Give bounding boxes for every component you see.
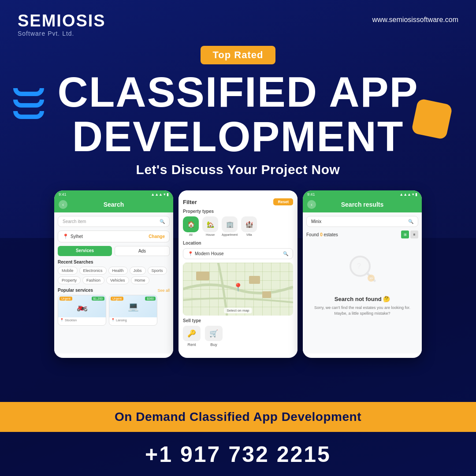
svg-rect-1 xyxy=(249,276,260,284)
location-input[interactable]: 📍 Modern House 🔍 xyxy=(183,248,293,259)
prop-type-apartment[interactable]: 🏢 Appartment xyxy=(222,216,238,236)
main-container: SEMIOSIS Software Pvt. Ltd. www.semiosis… xyxy=(0,0,476,476)
search-value: Minix xyxy=(311,219,321,224)
top-header: SEMIOSIS Software Pvt. Ltd. www.semiosis… xyxy=(0,0,476,37)
tag-vehicles[interactable]: Vehicles xyxy=(106,276,129,284)
buy-label: Buy xyxy=(210,342,217,347)
wifi-icon-3: ▾ xyxy=(412,192,414,197)
reset-button[interactable]: Reset xyxy=(273,198,293,205)
card2-location: 📍 Lansing xyxy=(109,317,157,323)
house-label: House xyxy=(206,233,215,236)
search-icon: 🔍 xyxy=(160,219,165,224)
status-bar-3: 9:41 ▲▲▲ ▾ ▮ xyxy=(303,190,422,198)
phone-header-1: ‹ Search xyxy=(54,198,173,212)
phone-body-3: Minix 🔍 Found 0 estates ⊞ ≡ xyxy=(303,212,422,353)
list-view-btn[interactable]: ≡ xyxy=(410,231,418,238)
phone-number-section: +1 917 732 2215 xyxy=(0,442,476,467)
search-placeholder: Search item xyxy=(63,219,86,224)
location-label: Sylhet xyxy=(71,234,83,239)
buy-icon: 🛒 xyxy=(205,326,223,341)
card2-price: $360 xyxy=(145,297,156,301)
sell-type-rent[interactable]: 🔑 Rent xyxy=(183,326,201,347)
phone-header-3: ‹ Search results xyxy=(303,198,422,212)
apartment-label: Appartment xyxy=(222,233,238,236)
service-card-1[interactable]: Urgent $1,200 🏍️ 📍 Stockton xyxy=(58,295,106,326)
map-select-text: Select on map xyxy=(224,308,252,313)
signal-icon: ▲▲▲ xyxy=(151,192,163,197)
phone-title-3: Search results xyxy=(341,201,384,208)
back-btn-3[interactable]: ‹ xyxy=(307,200,316,209)
phone-results-mockup: 9:41 ▲▲▲ ▾ ▮ ‹ Search results Minix 🔍 xyxy=(303,190,422,358)
not-found-desc: Sorry, we can't find the real estates yo… xyxy=(311,305,414,316)
bottom-banner-text: On Demand Classified App Development xyxy=(8,410,468,424)
tag-health[interactable]: Health xyxy=(108,267,128,275)
svg-text:✏: ✏ xyxy=(370,276,374,281)
search-input-bar[interactable]: Search item 🔍 xyxy=(58,216,170,227)
tag-electronics[interactable]: Electronics xyxy=(79,267,107,275)
see-all-link[interactable]: See all xyxy=(157,288,170,293)
sell-type-row: 🔑 Rent 🛒 Buy xyxy=(183,326,293,347)
card2-pin-icon: 📍 xyxy=(111,318,115,322)
hero-section: Top Rated CLASSIFIED APP DEVELOPMENT Let… xyxy=(0,37,476,177)
location-input-pin: 📍 xyxy=(188,251,193,256)
signal-icon-3: ▲▲▲ xyxy=(399,192,411,197)
phone-body-1: Search item 🔍 📍 Sylhet Change Services A… xyxy=(54,212,173,353)
recent-searches-title: Recent Searches xyxy=(58,260,170,264)
change-button[interactable]: Change xyxy=(149,234,165,239)
map-area[interactable]: 📍 Select on map xyxy=(183,263,293,316)
tab-ads[interactable]: Ads xyxy=(115,246,170,256)
logo-text: SEMIOSIS xyxy=(18,12,106,29)
sell-type-section: Sell type 🔑 Rent 🛒 Buy xyxy=(183,318,293,347)
villa-label: Villa xyxy=(246,233,252,236)
service-card-2[interactable]: Urgent $360 💻 📍 Lansing xyxy=(109,295,157,326)
svg-text:?: ? xyxy=(357,262,361,270)
tag-jobs[interactable]: Jobs xyxy=(130,267,146,275)
found-count: 0 xyxy=(320,232,323,237)
tab-services[interactable]: Services xyxy=(58,246,112,256)
service-cards-row: Urgent $1,200 🏍️ 📍 Stockton Urgent $360 … xyxy=(58,295,170,326)
logo-sub: Software Pvt. Ltd. xyxy=(18,30,106,37)
mockups-section: 9:41 ▲▲▲ ▾ ▮ ‹ Search Search item 🔍 � xyxy=(0,177,476,358)
sell-type-label: Sell type xyxy=(183,318,293,323)
location-section-label: Location xyxy=(183,241,293,245)
filter-header-row: Filter Reset xyxy=(183,198,293,205)
tag-fashion[interactable]: Fashion xyxy=(82,276,104,284)
location-left: 📍 Sylhet xyxy=(63,234,83,239)
filter-title: Filter xyxy=(183,199,197,205)
top-rated-badge: Top Rated xyxy=(201,46,276,64)
main-title-line1: CLASSIFIED APP xyxy=(26,71,450,113)
found-row: Found 0 estates ⊞ ≡ xyxy=(306,231,418,238)
rent-icon: 🔑 xyxy=(183,326,201,341)
tag-sports[interactable]: Sports xyxy=(148,267,167,275)
no-results-area: ? ✏ Search not found 🤔 Sorry, we can't f… xyxy=(306,242,418,320)
svg-rect-0 xyxy=(196,271,209,280)
search-result-bar[interactable]: Minix 🔍 xyxy=(306,216,418,227)
prop-type-house[interactable]: 🏡 House xyxy=(202,216,218,236)
prop-type-all[interactable]: 🏠 All xyxy=(183,216,199,236)
property-types-row: 🏠 All 🏡 House 🏢 Appartment 🏰 Villa xyxy=(183,216,293,236)
sell-type-buy[interactable]: 🛒 Buy xyxy=(205,326,223,347)
not-found-title: Search not found 🤔 xyxy=(335,296,390,302)
prop-type-villa[interactable]: 🏰 Villa xyxy=(241,216,257,236)
all-icon: 🏠 xyxy=(183,216,199,232)
apartment-icon: 🏢 xyxy=(222,216,238,232)
location-search-icon: 🔍 xyxy=(283,251,288,256)
tag-property[interactable]: Property xyxy=(58,276,81,284)
card2-badge: Urgent xyxy=(111,297,123,301)
svg-rect-2 xyxy=(262,291,271,298)
phone-body-2: Filter Reset Property types 🏠 All 🏡 Hous… xyxy=(178,194,298,354)
card2-loc-text: Lansing xyxy=(116,319,127,322)
back-btn-1[interactable]: ‹ xyxy=(59,200,67,209)
grid-view-btn[interactable]: ⊞ xyxy=(401,231,409,238)
tag-mobile[interactable]: Mobile xyxy=(58,267,78,275)
all-label: All xyxy=(189,233,193,236)
tag-home[interactable]: Home xyxy=(131,276,149,284)
view-toggle: ⊞ ≡ xyxy=(401,231,418,238)
status-icons-3: ▲▲▲ ▾ ▮ xyxy=(399,192,417,197)
time-3: 9:41 xyxy=(307,192,315,197)
status-bar-1: 9:41 ▲▲▲ ▾ ▮ xyxy=(54,190,173,198)
found-text-area: Found 0 estates xyxy=(306,232,338,237)
location-pin-icon: 📍 xyxy=(63,234,69,239)
website-url: www.semiosissoftware.com xyxy=(372,16,458,24)
location-row: 📍 Sylhet Change xyxy=(58,231,170,242)
